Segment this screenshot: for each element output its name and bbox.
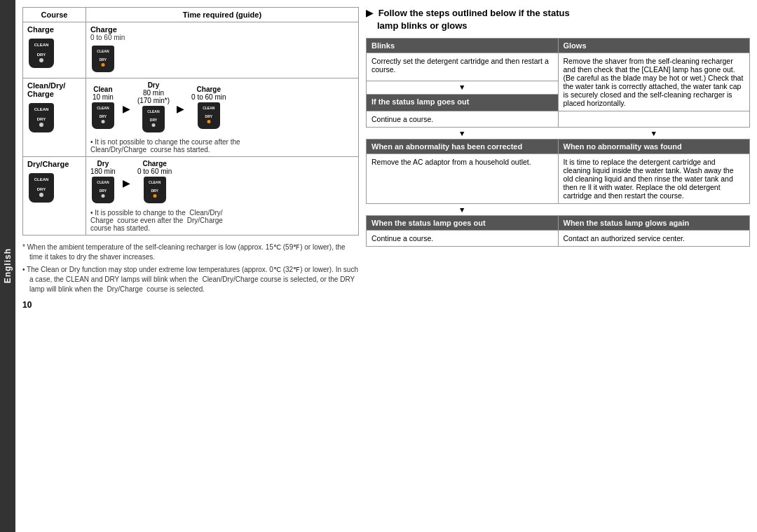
shaver-icon-c1 — [92, 102, 114, 129]
arrow-down-2: ▼ — [367, 128, 559, 139]
lamp-goes-out-text: Continue a course. — [367, 231, 559, 247]
abnormality-corrected-text: Remove the AC adaptor from a household o… — [367, 154, 559, 204]
abnormality-header-row: When an abnormality has been corrected W… — [367, 139, 750, 154]
arrow-row-2: ▼ ▼ — [367, 128, 750, 139]
shaver-icon-dry — [29, 173, 54, 203]
shaver-icon-d1 — [92, 177, 114, 203]
heading-line2: lamp blinks or glows — [377, 20, 468, 31]
time-cell-multi: Clean 10 min ▶ Dry 80 min(170 min*) ▶ — [86, 79, 358, 157]
follow-heading: Follow the steps outlined below if the s… — [366, 7, 750, 32]
clean-time: 10 min — [90, 93, 116, 101]
lamp-goes-out-header: When the status lamp goes out — [367, 216, 559, 231]
footnote-2: • The Clean or Dry function may stop und… — [22, 265, 359, 294]
charge-label-2: Charge — [191, 86, 226, 93]
dry-label: Dry — [137, 81, 170, 89]
status-table: Blinks Glows Correctly set the detergent… — [366, 38, 750, 247]
icon-row: Clean 10 min ▶ Dry 80 min(170 min*) ▶ — [90, 81, 354, 135]
dry-time-2: 180 min — [90, 168, 116, 175]
charge-time-2: 0 to 60 min — [191, 93, 226, 101]
course-name-clean: Clean/Dry/Charge — [27, 81, 81, 98]
time-value-charge: 0 to 60 min — [90, 34, 354, 41]
arrow-icon-3: ▶ — [123, 177, 130, 189]
course-cell: Charge — [23, 22, 86, 79]
time-cell-dry: Dry 180 min ▶ Charge 0 to 60 min • — [86, 157, 358, 236]
dry-time: 80 min(170 min*) — [137, 89, 170, 104]
sidebar: English — [0, 0, 15, 532]
empty-spacer — [558, 111, 750, 128]
table-row: Dry/Charge Dry 180 min ▶ — [23, 157, 359, 236]
blinks-text: Correctly set the detergent cartridge an… — [367, 53, 559, 81]
footnote-1: * When the ambient temperature of the se… — [22, 243, 359, 262]
dry-label-2: Dry — [90, 160, 116, 168]
lamp-status-header-row: When the status lamp goes out When the s… — [367, 216, 750, 231]
lamp-status-content-row: Continue a course. Contact an authorized… — [367, 231, 750, 247]
sidebar-label: English — [3, 248, 13, 283]
arrow-row-3: ▼ — [367, 204, 750, 216]
shaver-icon-clean — [29, 103, 54, 132]
empty-cell-2 — [558, 204, 750, 216]
shaver-icon-c3 — [198, 102, 220, 129]
charge-time-3: 0 to 60 min — [137, 168, 172, 175]
abnormality-corrected-header: When an abnormality has been corrected — [367, 139, 559, 154]
course-cell: Dry/Charge — [23, 157, 86, 236]
table-row: Clean/Dry/Charge Clean 10 min ▶ — [23, 79, 359, 157]
course-name-dry: Dry/Charge — [27, 160, 81, 168]
arrow-down-4: ▼ — [367, 204, 559, 216]
time-header-charge: Charge — [90, 25, 354, 34]
shaver-icon-c2 — [142, 106, 165, 132]
charge-label-3: Charge — [137, 160, 172, 168]
status-goes-out-content: Continue a course. — [367, 111, 750, 128]
status-goes-out-header: If the status lamp goes out — [367, 95, 559, 111]
lamp-glows-again-text: Contact an authorized service center. — [558, 231, 750, 247]
glows-text: Remove the shaver from the self-cleaning… — [558, 53, 750, 111]
clean-label: Clean — [90, 86, 116, 93]
status-content-row-1: Correctly set the detergent cartridge an… — [367, 53, 750, 81]
col-header-course: Course — [23, 8, 86, 22]
status-header-row: Blinks Glows — [367, 39, 750, 53]
no-abnormality-text: It is time to replace the detergent cart… — [558, 154, 750, 204]
arrow-down-1: ▼ — [367, 81, 559, 95]
status-goes-out-text: Continue a course. — [367, 111, 559, 128]
main-content: Course Time required (guide) Charge Char… — [15, 0, 757, 532]
col-header-time: Time required (guide) — [86, 8, 358, 22]
blinks-header: Blinks — [367, 39, 559, 53]
lamp-glows-again-header: When the status lamp glows again — [558, 216, 750, 231]
arrow-icon-2: ▶ — [177, 103, 184, 114]
shaver-icon-d2 — [144, 177, 166, 203]
abnormality-content-row: Remove the AC adaptor from a household o… — [367, 154, 750, 204]
status-goes-out-header-text: If the status lamp goes out — [371, 97, 469, 106]
page-number: 10 — [22, 300, 359, 310]
course-cell: Clean/Dry/Charge — [23, 79, 86, 157]
right-section: Follow the steps outlined below if the s… — [366, 7, 750, 525]
arrow-down-3: ▼ — [558, 128, 750, 139]
course-table: Course Time required (guide) Charge Char… — [22, 7, 359, 236]
time-cell: Charge 0 to 60 min — [86, 22, 358, 79]
left-section: Course Time required (guide) Charge Char… — [22, 7, 359, 525]
shaver-icon-sm — [92, 46, 114, 72]
icon-row-dry: Dry 180 min ▶ Charge 0 to 60 min — [90, 160, 354, 206]
course-note-1: • It is not possible to change the cours… — [90, 138, 354, 154]
table-row: Charge Charge 0 to 60 min — [23, 22, 359, 79]
no-abnormality-header: When no abnormality was found — [558, 139, 750, 154]
shaver-icon-charge — [29, 39, 54, 68]
footer-notes: * When the ambient temperature of the se… — [22, 243, 359, 294]
course-note-2: • It is possible to change to the Clean/… — [90, 209, 354, 232]
course-name: Charge — [27, 25, 81, 34]
glows-header: Glows — [558, 39, 750, 53]
arrow-icon: ▶ — [123, 103, 130, 114]
heading-line1: Follow the steps outlined below if the s… — [378, 8, 570, 18]
